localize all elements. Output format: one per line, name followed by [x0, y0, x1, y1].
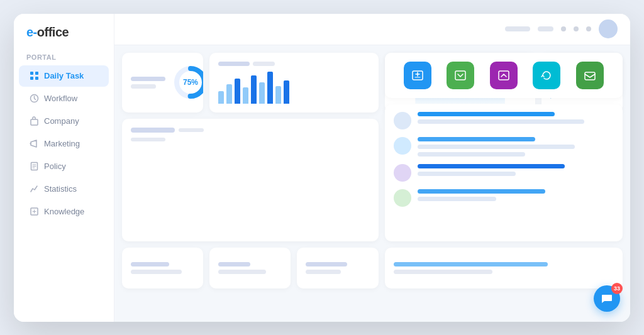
sidebar-label-statistics: Statistics — [44, 184, 77, 194]
mini-bar-8 — [275, 86, 281, 104]
action-button-5[interactable] — [576, 62, 604, 89]
sidebar-item-daily-task[interactable]: Daily Task — [19, 65, 109, 87]
bottom-line-4b — [394, 270, 493, 274]
activity-feed — [385, 104, 623, 241]
sidebar-label-workflow: Workflow — [44, 94, 77, 103]
sidebar-label-policy: Policy — [44, 162, 66, 171]
chat-button[interactable]: 33 — [594, 285, 620, 312]
svg-rect-2 — [30, 77, 33, 80]
feed-line-4b — [418, 197, 496, 201]
action-button-4[interactable] — [533, 62, 560, 89]
sidebar: e-office Portal Daily Task Workf — [14, 14, 114, 322]
svg-rect-20 — [499, 71, 509, 80]
svg-rect-5 — [31, 119, 38, 125]
mini-bar-9 — [284, 80, 289, 103]
bottom-line-3a — [306, 262, 347, 266]
topbar-nav-item — [538, 26, 553, 31]
sidebar-label-marketing: Marketing — [44, 139, 80, 148]
mini-bar-1 — [218, 91, 224, 104]
feed-line-1b — [418, 119, 585, 124]
donut-stat-card: 75% — [122, 53, 203, 113]
action-button-2[interactable] — [447, 62, 474, 89]
action-button-3[interactable] — [490, 62, 518, 89]
svg-rect-0 — [30, 72, 33, 75]
donut-chart: 75% — [172, 63, 203, 101]
logo-prefix: e- — [26, 25, 37, 39]
bottom-line-1b — [131, 270, 182, 274]
chart-legend-1 — [131, 138, 165, 141]
chart-subtitle-placeholder — [179, 128, 204, 132]
sidebar-item-knowledge[interactable]: Knowledge — [19, 201, 109, 222]
quick-actions-panel — [385, 53, 623, 98]
bottom-card-3 — [297, 248, 378, 288]
feed-content-3 — [418, 164, 614, 176]
feed-line-2b — [418, 145, 575, 149]
mini-bar-7 — [267, 72, 273, 103]
stat-label-line-1 — [131, 77, 165, 81]
topbar-indicator-2 — [574, 26, 579, 31]
app-logo: e-office — [14, 14, 114, 48]
feed-line-2a — [418, 137, 535, 141]
stat-label-line-2 — [131, 84, 156, 89]
sidebar-label-company: Company — [44, 116, 79, 126]
mini-bar-chart — [218, 69, 369, 104]
mini-bar-5 — [251, 75, 257, 104]
mini-bar-3 — [235, 79, 240, 103]
sidebar-label-daily-task: Daily Task — [44, 71, 84, 80]
mini-bar-4 — [243, 87, 248, 103]
bottom-line-2a — [218, 262, 250, 266]
feed-line-3a — [418, 164, 565, 168]
sidebar-item-company[interactable]: Company — [19, 111, 109, 132]
sidebar-item-statistics[interactable]: Statistics — [19, 178, 109, 200]
sidebar-item-marketing[interactable]: Marketing — [19, 133, 109, 155]
daily-task-icon — [29, 71, 39, 81]
logo-suffix: office — [37, 25, 69, 39]
right-panel — [385, 53, 623, 241]
svg-rect-3 — [35, 77, 38, 80]
topbar-search-placeholder — [505, 26, 530, 31]
sidebar-item-workflow[interactable]: Workflow — [19, 88, 109, 109]
bar-stat-label-1 — [218, 62, 250, 66]
topbar — [114, 14, 630, 45]
mini-bar-stat-card — [209, 53, 378, 113]
chart-title-placeholder — [131, 128, 175, 133]
app-container: e-office Portal Daily Task Workf — [14, 14, 630, 322]
feed-line-1a — [418, 112, 555, 116]
knowledge-icon — [29, 207, 39, 217]
statistics-icon — [29, 184, 39, 194]
bottom-line-3b — [306, 270, 341, 274]
svg-rect-21 — [585, 72, 595, 80]
donut-percent-label: 75% — [183, 78, 198, 87]
feed-avatar-4 — [394, 189, 411, 207]
policy-icon — [29, 162, 39, 172]
feed-content-1 — [418, 112, 614, 124]
chat-badge: 33 — [611, 283, 623, 294]
feed-avatar-1 — [394, 112, 411, 129]
mini-bar-2 — [226, 84, 232, 104]
marketing-icon — [29, 139, 39, 149]
workflow-icon — [29, 94, 39, 104]
bar-chart — [131, 146, 370, 238]
mini-bar-6 — [259, 82, 265, 104]
svg-rect-1 — [35, 72, 38, 75]
bar-stat-label-2 — [253, 62, 275, 66]
bottom-card-2 — [209, 248, 291, 288]
bottom-line-2b — [218, 270, 266, 274]
feed-line-3b — [418, 172, 516, 176]
feed-content-2 — [418, 137, 614, 157]
feed-avatar-3 — [394, 164, 411, 182]
feed-content-4 — [418, 189, 614, 201]
user-avatar[interactable] — [599, 19, 618, 38]
sidebar-section-label: Portal — [14, 48, 114, 65]
feed-line-2c — [418, 152, 526, 157]
sidebar-item-policy[interactable]: Policy — [19, 156, 109, 177]
bottom-line-1a — [131, 262, 169, 266]
feed-item-2 — [394, 137, 614, 157]
action-button-1[interactable] — [404, 62, 431, 89]
main-content: 75% — [114, 14, 630, 322]
bottom-card-4 — [385, 248, 623, 288]
feed-item-1 — [394, 112, 614, 129]
feed-avatar-2 — [394, 137, 411, 155]
feed-line-4a — [418, 189, 545, 194]
main-bar-chart-card — [122, 119, 379, 241]
